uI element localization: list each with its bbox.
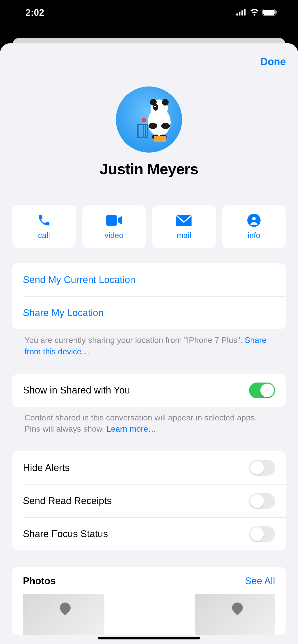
photos-strip[interactable] [23,594,275,635]
svg-point-13 [148,123,157,129]
send-read-receipts-toggle[interactable] [249,493,275,509]
svg-point-12 [154,106,156,107]
show-in-shared-with-you-toggle[interactable] [249,383,275,398]
mail-label: mail [177,231,191,240]
battery-icon [262,9,278,17]
done-button[interactable]: Done [260,56,286,67]
svg-rect-19 [106,215,117,226]
location-footer-text: You are currently sharing your location … [24,335,245,345]
send-read-receipts-label: Send Read Receipts [23,495,112,506]
contact-actions: call video mail info [12,205,286,248]
svg-rect-2 [241,10,243,16]
share-focus-status-toggle[interactable] [249,526,275,542]
hide-alerts-label: Hide Alerts [23,462,70,473]
photo-thumbnail[interactable] [195,594,275,635]
svg-rect-5 [263,10,275,15]
status-time: 2:02 [25,7,44,18]
svg-point-11 [153,104,158,111]
call-label: call [38,231,50,240]
svg-rect-6 [276,11,277,13]
send-current-location-row[interactable]: Send My Current Location [12,263,286,296]
shared-with-you-group: Show in Shared with You [12,374,286,407]
svg-point-18 [142,118,146,122]
video-button[interactable]: video [82,205,146,248]
location-group: Send My Current Location Share My Locati… [12,263,286,329]
cellular-icon [236,9,247,17]
show-in-shared-with-you-row: Show in Shared with You [12,374,286,407]
hide-alerts-row: Hide Alerts [12,451,286,484]
contact-details-sheet: Done Justin Meyers [0,43,298,644]
status-icons [236,9,278,17]
svg-point-10 [162,99,169,106]
profile-section: Justin Meyers [12,86,286,178]
svg-rect-3 [244,9,246,16]
info-button[interactable]: info [222,205,286,248]
svg-rect-1 [239,12,240,16]
show-in-shared-with-you-label: Show in Shared with You [23,385,130,396]
notification-toggles-group: Hide Alerts Send Read Receipts Share Foc… [12,451,286,550]
svg-point-14 [161,123,170,129]
wifi-icon [250,9,259,17]
mail-icon [176,213,192,227]
person-circle-icon [247,213,261,227]
photos-group: Photos See All [12,567,286,635]
phone-icon [37,213,51,227]
shared-with-you-footer: Content shared in this conversation will… [12,407,286,435]
status-bar: 2:02 [0,0,298,25]
photo-thumbnail[interactable] [109,594,191,635]
photos-title: Photos [23,576,56,587]
send-current-location-label: Send My Current Location [23,274,135,285]
photos-see-all-button[interactable]: See All [245,576,275,587]
svg-rect-17 [154,136,166,142]
home-indicator[interactable] [98,637,200,639]
photo-thumbnail[interactable] [23,594,104,635]
share-focus-status-label: Share Focus Status [23,529,108,539]
svg-rect-0 [236,13,238,16]
share-my-location-row[interactable]: Share My Location [23,296,286,329]
mail-button[interactable]: mail [152,205,216,248]
sheet-header: Done [12,56,286,67]
hide-alerts-toggle[interactable] [249,460,275,476]
video-icon [106,213,122,227]
svg-point-21 [252,217,256,221]
avatar[interactable] [116,86,182,153]
learn-more-link[interactable]: Learn more… [106,424,156,433]
contact-name: Justin Meyers [100,160,198,178]
send-read-receipts-row: Send Read Receipts [23,484,286,517]
info-label: info [248,231,260,240]
location-footer: You are currently sharing your location … [12,329,286,357]
share-my-location-label: Share My Location [23,308,104,318]
share-focus-status-row: Share Focus Status [23,517,286,550]
video-label: video [105,231,124,240]
call-button[interactable]: call [12,205,76,248]
